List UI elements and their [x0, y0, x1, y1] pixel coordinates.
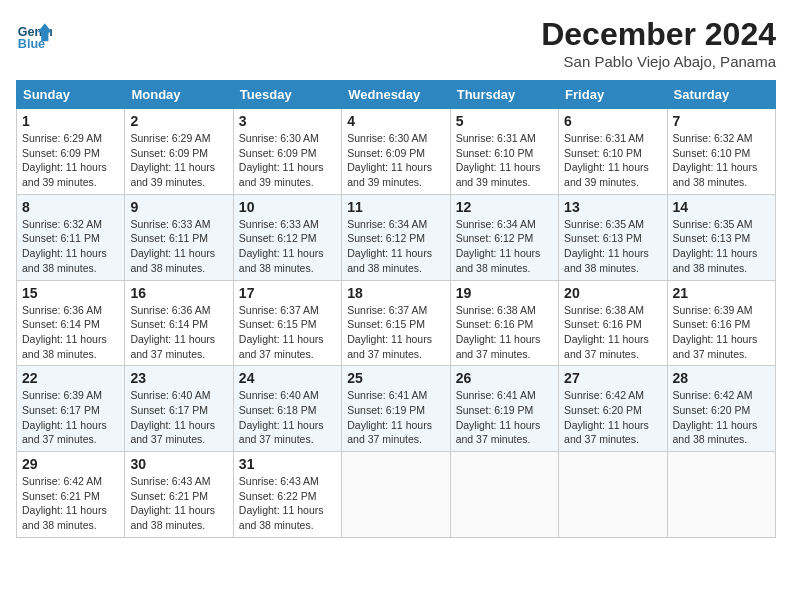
- day-number: 12: [456, 199, 553, 215]
- day-number: 24: [239, 370, 336, 386]
- day-info: Sunrise: 6:36 AMSunset: 6:14 PMDaylight:…: [22, 304, 107, 360]
- header-saturday: Saturday: [667, 81, 775, 109]
- day-cell-26: 26Sunrise: 6:41 AMSunset: 6:19 PMDayligh…: [450, 366, 558, 452]
- day-cell-9: 9Sunrise: 6:33 AMSunset: 6:11 PMDaylight…: [125, 194, 233, 280]
- day-cell-29: 29Sunrise: 6:42 AMSunset: 6:21 PMDayligh…: [17, 452, 125, 538]
- location-title: San Pablo Viejo Abajo, Panama: [541, 53, 776, 70]
- day-info: Sunrise: 6:35 AMSunset: 6:13 PMDaylight:…: [564, 218, 649, 274]
- day-number: 27: [564, 370, 661, 386]
- day-number: 18: [347, 285, 444, 301]
- day-number: 9: [130, 199, 227, 215]
- day-number: 13: [564, 199, 661, 215]
- day-info: Sunrise: 6:34 AMSunset: 6:12 PMDaylight:…: [347, 218, 432, 274]
- day-info: Sunrise: 6:31 AMSunset: 6:10 PMDaylight:…: [564, 132, 649, 188]
- day-number: 7: [673, 113, 770, 129]
- calendar-table: Sunday Monday Tuesday Wednesday Thursday…: [16, 80, 776, 538]
- day-info: Sunrise: 6:29 AMSunset: 6:09 PMDaylight:…: [22, 132, 107, 188]
- day-number: 17: [239, 285, 336, 301]
- day-info: Sunrise: 6:37 AMSunset: 6:15 PMDaylight:…: [347, 304, 432, 360]
- logo: General Blue: [16, 16, 56, 52]
- day-cell-10: 10Sunrise: 6:33 AMSunset: 6:12 PMDayligh…: [233, 194, 341, 280]
- header-friday: Friday: [559, 81, 667, 109]
- day-number: 29: [22, 456, 119, 472]
- day-info: Sunrise: 6:30 AMSunset: 6:09 PMDaylight:…: [239, 132, 324, 188]
- day-info: Sunrise: 6:42 AMSunset: 6:21 PMDaylight:…: [22, 475, 107, 531]
- day-number: 4: [347, 113, 444, 129]
- day-number: 30: [130, 456, 227, 472]
- day-number: 23: [130, 370, 227, 386]
- day-info: Sunrise: 6:32 AMSunset: 6:11 PMDaylight:…: [22, 218, 107, 274]
- day-number: 5: [456, 113, 553, 129]
- day-cell-23: 23Sunrise: 6:40 AMSunset: 6:17 PMDayligh…: [125, 366, 233, 452]
- day-cell-14: 14Sunrise: 6:35 AMSunset: 6:13 PMDayligh…: [667, 194, 775, 280]
- month-title: December 2024: [541, 16, 776, 53]
- day-number: 21: [673, 285, 770, 301]
- day-cell-3: 3Sunrise: 6:30 AMSunset: 6:09 PMDaylight…: [233, 109, 341, 195]
- day-cell-15: 15Sunrise: 6:36 AMSunset: 6:14 PMDayligh…: [17, 280, 125, 366]
- day-number: 19: [456, 285, 553, 301]
- day-info: Sunrise: 6:42 AMSunset: 6:20 PMDaylight:…: [564, 389, 649, 445]
- calendar-week-0: 1Sunrise: 6:29 AMSunset: 6:09 PMDaylight…: [17, 109, 776, 195]
- day-info: Sunrise: 6:38 AMSunset: 6:16 PMDaylight:…: [564, 304, 649, 360]
- day-info: Sunrise: 6:33 AMSunset: 6:12 PMDaylight:…: [239, 218, 324, 274]
- day-cell-12: 12Sunrise: 6:34 AMSunset: 6:12 PMDayligh…: [450, 194, 558, 280]
- title-area: December 2024 San Pablo Viejo Abajo, Pan…: [541, 16, 776, 70]
- day-number: 14: [673, 199, 770, 215]
- day-number: 16: [130, 285, 227, 301]
- header-sunday: Sunday: [17, 81, 125, 109]
- day-number: 22: [22, 370, 119, 386]
- day-cell-1: 1Sunrise: 6:29 AMSunset: 6:09 PMDaylight…: [17, 109, 125, 195]
- day-info: Sunrise: 6:31 AMSunset: 6:10 PMDaylight:…: [456, 132, 541, 188]
- header-thursday: Thursday: [450, 81, 558, 109]
- day-info: Sunrise: 6:32 AMSunset: 6:10 PMDaylight:…: [673, 132, 758, 188]
- calendar-week-4: 29Sunrise: 6:42 AMSunset: 6:21 PMDayligh…: [17, 452, 776, 538]
- day-cell-11: 11Sunrise: 6:34 AMSunset: 6:12 PMDayligh…: [342, 194, 450, 280]
- empty-cell: [667, 452, 775, 538]
- day-cell-5: 5Sunrise: 6:31 AMSunset: 6:10 PMDaylight…: [450, 109, 558, 195]
- day-cell-24: 24Sunrise: 6:40 AMSunset: 6:18 PMDayligh…: [233, 366, 341, 452]
- day-cell-2: 2Sunrise: 6:29 AMSunset: 6:09 PMDaylight…: [125, 109, 233, 195]
- weekday-header-row: Sunday Monday Tuesday Wednesday Thursday…: [17, 81, 776, 109]
- day-number: 1: [22, 113, 119, 129]
- day-info: Sunrise: 6:37 AMSunset: 6:15 PMDaylight:…: [239, 304, 324, 360]
- day-number: 8: [22, 199, 119, 215]
- day-number: 31: [239, 456, 336, 472]
- empty-cell: [342, 452, 450, 538]
- day-number: 20: [564, 285, 661, 301]
- day-cell-22: 22Sunrise: 6:39 AMSunset: 6:17 PMDayligh…: [17, 366, 125, 452]
- day-info: Sunrise: 6:39 AMSunset: 6:16 PMDaylight:…: [673, 304, 758, 360]
- logo-icon: General Blue: [16, 16, 52, 52]
- day-number: 25: [347, 370, 444, 386]
- day-number: 15: [22, 285, 119, 301]
- day-cell-20: 20Sunrise: 6:38 AMSunset: 6:16 PMDayligh…: [559, 280, 667, 366]
- day-info: Sunrise: 6:35 AMSunset: 6:13 PMDaylight:…: [673, 218, 758, 274]
- day-cell-28: 28Sunrise: 6:42 AMSunset: 6:20 PMDayligh…: [667, 366, 775, 452]
- day-info: Sunrise: 6:33 AMSunset: 6:11 PMDaylight:…: [130, 218, 215, 274]
- calendar-week-1: 8Sunrise: 6:32 AMSunset: 6:11 PMDaylight…: [17, 194, 776, 280]
- empty-cell: [559, 452, 667, 538]
- day-info: Sunrise: 6:38 AMSunset: 6:16 PMDaylight:…: [456, 304, 541, 360]
- day-cell-6: 6Sunrise: 6:31 AMSunset: 6:10 PMDaylight…: [559, 109, 667, 195]
- empty-cell: [450, 452, 558, 538]
- day-info: Sunrise: 6:41 AMSunset: 6:19 PMDaylight:…: [456, 389, 541, 445]
- day-info: Sunrise: 6:42 AMSunset: 6:20 PMDaylight:…: [673, 389, 758, 445]
- day-cell-4: 4Sunrise: 6:30 AMSunset: 6:09 PMDaylight…: [342, 109, 450, 195]
- day-info: Sunrise: 6:29 AMSunset: 6:09 PMDaylight:…: [130, 132, 215, 188]
- day-info: Sunrise: 6:36 AMSunset: 6:14 PMDaylight:…: [130, 304, 215, 360]
- day-cell-17: 17Sunrise: 6:37 AMSunset: 6:15 PMDayligh…: [233, 280, 341, 366]
- day-number: 3: [239, 113, 336, 129]
- header-tuesday: Tuesday: [233, 81, 341, 109]
- day-cell-18: 18Sunrise: 6:37 AMSunset: 6:15 PMDayligh…: [342, 280, 450, 366]
- day-cell-7: 7Sunrise: 6:32 AMSunset: 6:10 PMDaylight…: [667, 109, 775, 195]
- header-wednesday: Wednesday: [342, 81, 450, 109]
- day-cell-19: 19Sunrise: 6:38 AMSunset: 6:16 PMDayligh…: [450, 280, 558, 366]
- day-info: Sunrise: 6:43 AMSunset: 6:21 PMDaylight:…: [130, 475, 215, 531]
- day-cell-16: 16Sunrise: 6:36 AMSunset: 6:14 PMDayligh…: [125, 280, 233, 366]
- day-info: Sunrise: 6:43 AMSunset: 6:22 PMDaylight:…: [239, 475, 324, 531]
- svg-text:Blue: Blue: [18, 37, 45, 51]
- day-info: Sunrise: 6:39 AMSunset: 6:17 PMDaylight:…: [22, 389, 107, 445]
- day-info: Sunrise: 6:41 AMSunset: 6:19 PMDaylight:…: [347, 389, 432, 445]
- day-number: 10: [239, 199, 336, 215]
- day-info: Sunrise: 6:40 AMSunset: 6:17 PMDaylight:…: [130, 389, 215, 445]
- day-cell-30: 30Sunrise: 6:43 AMSunset: 6:21 PMDayligh…: [125, 452, 233, 538]
